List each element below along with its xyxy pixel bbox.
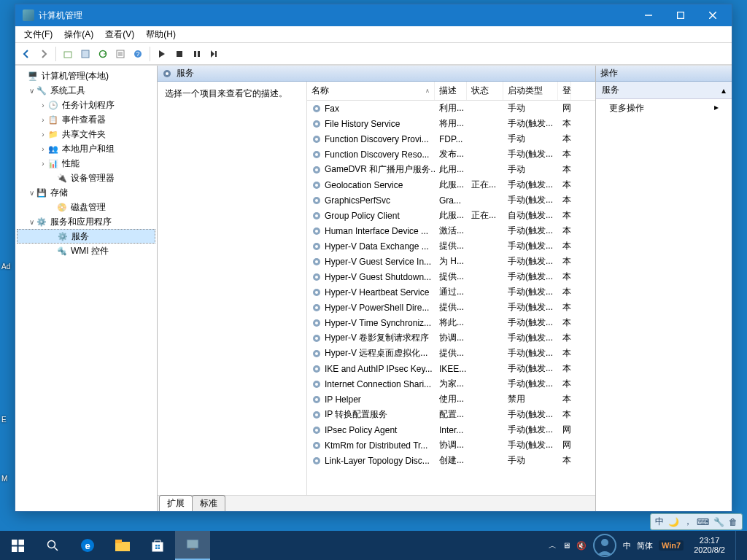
service-row[interactable]: GraphicsPerfSvcGra...手动(触发...本 xyxy=(307,192,595,208)
ime-trash-icon[interactable]: 🗑 xyxy=(729,517,738,527)
service-row[interactable]: Hyper-V 卷影复制请求程序协调...手动(触发...本 xyxy=(307,330,595,346)
tray-user-icon[interactable] xyxy=(592,533,617,558)
service-row[interactable]: IP Helper使用...禁用本 xyxy=(307,392,595,407)
tray-volume-icon[interactable]: 🔇 xyxy=(576,541,587,551)
cell-name: Hyper-V Guest Service In... xyxy=(307,257,435,267)
service-row[interactable]: Hyper-V 远程桌面虚拟化...提供...手动(触发...本 xyxy=(307,346,595,361)
cell-logon: 本 xyxy=(558,347,571,359)
collapse-icon: ▴ xyxy=(721,85,726,96)
menu-action[interactable]: 操作(A) xyxy=(58,27,99,42)
service-row[interactable]: Hyper-V Guest Shutdown...提供...手动(触发...本 xyxy=(307,269,595,284)
actions-section[interactable]: 服务▴ xyxy=(596,82,732,99)
export-button[interactable] xyxy=(112,46,128,62)
tree-storage[interactable]: ∨💾存储 xyxy=(17,185,155,200)
up-button[interactable] xyxy=(60,46,76,62)
service-row[interactable]: Hyper-V PowerShell Dire...提供...手动(触发...本 xyxy=(307,300,595,315)
menu-help[interactable]: 帮助(H) xyxy=(140,27,182,42)
col-name[interactable]: 名称∧ xyxy=(307,82,435,100)
ime-settings-icon[interactable]: 🔧 xyxy=(713,517,724,527)
refresh-button[interactable] xyxy=(95,46,111,62)
taskbar-mmc[interactable] xyxy=(175,531,210,560)
tray-chevron-icon[interactable]: ︿ xyxy=(549,540,557,551)
menu-view[interactable]: 查看(V) xyxy=(99,27,140,42)
service-row[interactable]: IKE and AuthIP IPsec Key...IKEE...手动(触发.… xyxy=(307,361,595,376)
tree-services-apps[interactable]: ∨⚙️服务和应用程序 xyxy=(17,214,155,229)
tree-event-viewer[interactable]: ›📋事件查看器 xyxy=(17,112,155,127)
service-row[interactable]: Group Policy Client此服...正在...自动(触发...本 xyxy=(307,208,595,223)
desktop-icon-ad[interactable]: Ad xyxy=(1,262,15,271)
action-more[interactable]: 更多操作▸ xyxy=(596,99,732,117)
tree-local-users[interactable]: ›👥本地用户和组 xyxy=(17,141,155,156)
tree-shared-folders[interactable]: ›📁共享文件夹 xyxy=(17,127,155,141)
show-desktop-button[interactable] xyxy=(735,531,740,560)
tree-performance[interactable]: ›📊性能 xyxy=(17,156,155,171)
pause-service-button[interactable] xyxy=(189,46,205,62)
tray-ime1[interactable]: 中 xyxy=(623,540,631,551)
cell-startup: 手动(触发... xyxy=(503,362,558,375)
start-service-button[interactable] xyxy=(154,46,170,62)
properties-button[interactable] xyxy=(77,46,93,62)
tree-root[interactable]: 🖥️计算机管理(本地) xyxy=(17,69,155,83)
taskbar-clock[interactable]: 23:17 2020/8/2 xyxy=(689,536,729,555)
tab-extended[interactable]: 扩展 xyxy=(159,495,193,511)
list-header[interactable]: 名称∧ 描述 状态 启动类型 登 xyxy=(307,82,595,101)
window-title: 计算机管理 xyxy=(39,9,632,22)
desktop-icon-e[interactable]: E xyxy=(1,416,15,424)
ime-comma-icon[interactable]: ， xyxy=(684,516,692,528)
navigation-tree[interactable]: 🖥️计算机管理(本地) ∨🔧系统工具 ›🕒任务计划程序 ›📋事件查看器 ›📁共享… xyxy=(15,66,158,511)
tray-network-icon[interactable]: 🖥 xyxy=(562,541,570,550)
tab-standard[interactable]: 标准 xyxy=(192,495,225,511)
ime-moon-icon[interactable]: 🌙 xyxy=(668,517,679,527)
service-row[interactable]: Fax利用...手动网 xyxy=(307,101,595,116)
service-row[interactable]: File History Service将用...手动(触发...本 xyxy=(307,116,595,131)
taskbar-store[interactable] xyxy=(140,531,175,560)
search-button[interactable] xyxy=(35,531,70,560)
desktop-icon-m[interactable]: M xyxy=(1,475,15,483)
help-button[interactable]: ? xyxy=(130,46,146,62)
col-startup[interactable]: 启动类型 xyxy=(503,82,558,100)
minimize-button[interactable] xyxy=(632,5,665,26)
start-button[interactable] xyxy=(0,531,35,560)
taskbar-edge[interactable]: e xyxy=(70,531,105,560)
service-row[interactable]: Hyper-V Heartbeat Service通过...手动(触发...本 xyxy=(307,284,595,300)
service-row[interactable]: Internet Connection Shari...为家...手动(触发..… xyxy=(307,376,595,392)
tree-wmi[interactable]: 🔩WMI 控件 xyxy=(17,244,155,258)
tree-task-scheduler[interactable]: ›🕒任务计划程序 xyxy=(17,98,155,112)
titlebar[interactable]: 计算机管理 xyxy=(15,4,732,26)
service-row[interactable]: Hyper-V Guest Service In...为 H...手动(触发..… xyxy=(307,254,595,269)
taskbar[interactable]: e ︿ 🖥 🔇 中 简体 Win7 23:17 2020/8/2 xyxy=(0,531,747,560)
system-tray[interactable]: ︿ 🖥 🔇 中 简体 Win7 23:17 2020/8/2 xyxy=(541,531,747,560)
close-button[interactable] xyxy=(697,5,729,26)
tray-ime2[interactable]: 简体 xyxy=(637,540,653,551)
menu-file[interactable]: 文件(F) xyxy=(18,27,58,42)
tree-system-tools[interactable]: ∨🔧系统工具 xyxy=(17,83,155,98)
maximize-button[interactable] xyxy=(665,5,697,26)
stop-service-button[interactable] xyxy=(171,46,187,62)
service-row[interactable]: IPsec Policy AgentInter...手动(触发...网 xyxy=(307,422,595,438)
restart-service-button[interactable] xyxy=(206,46,222,62)
ime-keyboard-icon[interactable]: ⌨ xyxy=(697,517,709,527)
forward-button[interactable] xyxy=(36,46,52,62)
tree-services[interactable]: ⚙️服务 xyxy=(17,229,155,244)
service-row[interactable]: Function Discovery Reso...发布...手动(触发...本 xyxy=(307,147,595,162)
service-row[interactable]: IP 转换配置服务配置...手动(触发...本 xyxy=(307,407,595,422)
tree-device-manager[interactable]: 🔌设备管理器 xyxy=(17,171,155,185)
ime-mode[interactable]: 中 xyxy=(655,516,664,528)
col-logon[interactable]: 登 xyxy=(558,82,571,100)
service-row[interactable]: Hyper-V Data Exchange ...提供...手动(触发...本 xyxy=(307,238,595,254)
tree-disk-mgmt[interactable]: 📀磁盘管理 xyxy=(17,200,155,214)
col-state[interactable]: 状态 xyxy=(467,82,503,100)
service-row[interactable]: KtmRm for Distributed Tr...协调...手动(触发...… xyxy=(307,438,595,453)
service-row[interactable]: Hyper-V Time Synchroniz...将此...手动(触发...本 xyxy=(307,315,595,330)
service-row[interactable]: Human Interface Device ...激活...手动(触发...本 xyxy=(307,223,595,238)
service-row[interactable]: Link-Layer Topology Disc...创建...手动本 xyxy=(307,453,595,468)
service-row[interactable]: Function Discovery Provi...FDP...手动本 xyxy=(307,131,595,147)
col-desc[interactable]: 描述 xyxy=(435,82,467,100)
service-row[interactable]: Geolocation Service此服...正在...手动(触发...本 xyxy=(307,177,595,192)
service-row[interactable]: GameDVR 和广播用户服务...此用...手动本 xyxy=(307,162,595,177)
svg-point-38 xyxy=(315,291,318,294)
taskbar-explorer[interactable] xyxy=(105,531,140,560)
ime-toolbar[interactable]: 中 🌙 ， ⌨ 🔧 🗑 xyxy=(650,513,743,530)
back-button[interactable] xyxy=(18,46,34,62)
services-list[interactable]: 名称∧ 描述 状态 启动类型 登 Fax利用...手动网File History… xyxy=(307,82,595,495)
